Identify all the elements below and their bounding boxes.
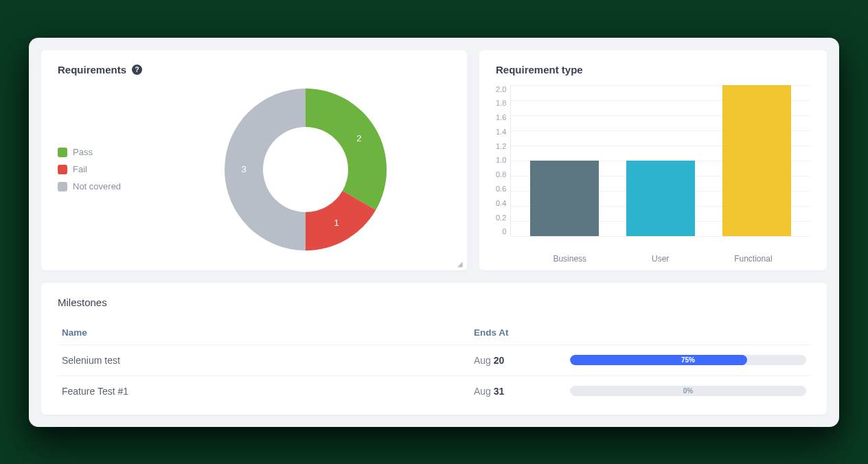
- bars: [511, 85, 810, 236]
- milestone-name: Feature Test #1: [62, 386, 474, 397]
- swatch-fail: [58, 165, 67, 174]
- requirements-body: Pass Fail Not covered 213: [58, 80, 450, 259]
- legend-item-pass: Pass: [58, 147, 161, 157]
- y-tick: 0.6: [496, 185, 506, 193]
- milestone-progress: 0%: [570, 386, 806, 396]
- y-tick: 1.6: [496, 113, 506, 121]
- milestone-row[interactable]: Feature Test #1Aug 310%: [58, 375, 810, 406]
- donut-wrap: 213: [161, 80, 450, 259]
- x-axis: Business User Functional: [515, 250, 810, 264]
- swatch-not-covered: [58, 182, 67, 192]
- donut-slice-label: 2: [356, 133, 361, 143]
- bar-functional: [722, 85, 791, 236]
- y-tick: 0.8: [496, 170, 506, 178]
- requirements-title-row: Requirements ?: [58, 64, 450, 76]
- plot-area: [510, 85, 810, 236]
- milestone-name: Selenium test: [62, 355, 474, 366]
- y-tick: 1.4: [496, 128, 506, 136]
- y-tick: 0: [502, 227, 506, 235]
- bar-business: [530, 161, 599, 236]
- milestone-ends-at: Aug 31: [474, 386, 570, 397]
- y-tick: 0.2: [496, 213, 506, 222]
- bar-user: [626, 161, 695, 236]
- y-tick: 2.0: [496, 85, 506, 93]
- requirements-legend: Pass Fail Not covered: [58, 147, 161, 192]
- milestone-progress: 75%: [570, 355, 806, 365]
- donut-slice-label: 3: [241, 164, 246, 174]
- y-tick: 1.8: [496, 99, 506, 107]
- dashboard-frame: Requirements ? Pass Fail Not covered: [29, 38, 839, 427]
- requirement-type-title: Requirement type: [496, 64, 810, 76]
- y-tick: 1.2: [496, 142, 506, 150]
- x-label-user: User: [652, 254, 669, 264]
- donut-slice: [225, 89, 306, 251]
- y-tick: 0.4: [496, 199, 506, 207]
- y-axis: 2.01.81.61.41.21.00.80.60.40.20: [496, 85, 510, 236]
- x-label-functional: Functional: [734, 254, 772, 264]
- legend-item-fail: Fail: [58, 164, 161, 174]
- legend-item-not-covered: Not covered: [58, 181, 161, 192]
- milestones-title: Milestones: [58, 297, 810, 308]
- milestones-header-row: Name Ends At: [58, 321, 810, 345]
- requirements-card: Requirements ? Pass Fail Not covered: [41, 50, 467, 270]
- requirement-type-chart: 2.01.81.61.41.21.00.80.60.40.20: [496, 85, 810, 250]
- swatch-pass: [58, 148, 67, 157]
- top-row: Requirements ? Pass Fail Not covered: [41, 50, 827, 270]
- requirements-donut-chart: 213: [216, 80, 395, 259]
- milestone-rows: Selenium testAug 2075%Feature Test #1Aug…: [58, 345, 810, 406]
- legend-label-fail: Fail: [73, 164, 87, 174]
- col-header-ends[interactable]: Ends At: [474, 327, 570, 338]
- milestone-row[interactable]: Selenium testAug 2075%: [58, 345, 810, 375]
- requirement-type-card: Requirement type 2.01.81.61.41.21.00.80.…: [479, 50, 827, 270]
- legend-label-not-covered: Not covered: [73, 181, 121, 192]
- donut-slice: [306, 89, 387, 210]
- help-icon[interactable]: ?: [132, 65, 142, 75]
- y-tick: 1.0: [496, 156, 506, 164]
- legend-label-pass: Pass: [73, 147, 93, 157]
- resize-handle-icon[interactable]: ◢: [457, 260, 463, 268]
- donut-slice-label: 1: [334, 217, 339, 227]
- milestones-card: Milestones Name Ends At Selenium testAug…: [41, 283, 827, 415]
- requirements-title: Requirements: [58, 64, 126, 76]
- x-label-business: Business: [553, 254, 586, 264]
- milestone-ends-at: Aug 20: [474, 355, 570, 366]
- col-header-name[interactable]: Name: [62, 327, 474, 338]
